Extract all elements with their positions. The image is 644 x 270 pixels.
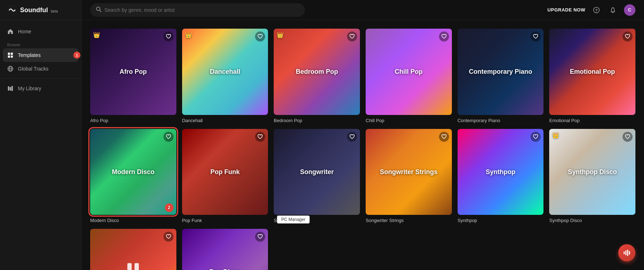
topbar-right: UPGRADE NOW ? C: [547, 4, 635, 16]
card-label: Contemporary Piano: [458, 118, 544, 123]
card-title: Songwriter: [274, 129, 360, 215]
card-bedroom-pop[interactable]: 👑Bedroom PopBedroom Pop: [274, 29, 360, 123]
card-image-songwriter: Songwriter: [274, 129, 360, 215]
templates-grid: 👑Afro PopAfro Pop👑DancehallDancehall👑Bed…: [90, 29, 635, 270]
card-title: Dancehall: [182, 29, 268, 115]
card-image-songwriter-strings: Songwriter Strings: [366, 129, 452, 215]
upgrade-button[interactable]: UPGRADE NOW: [547, 7, 585, 13]
svg-rect-4: [11, 56, 13, 58]
card-label: Dancehall: [182, 118, 268, 123]
card-image-afro-pop: 👑Afro Pop: [90, 29, 176, 115]
card-title: Modern Disco: [90, 129, 176, 215]
card-title: Chill Pop: [366, 29, 452, 115]
card-title: Afro Pop: [90, 29, 176, 115]
search-bar[interactable]: [90, 3, 305, 17]
card-songwriter[interactable]: SongwriterSongwriter: [274, 129, 360, 223]
card-afro-pop[interactable]: 👑Afro PopAfro Pop: [90, 29, 176, 123]
svg-rect-2: [11, 53, 13, 55]
card-title: Synthpop Disco: [549, 129, 635, 215]
card-label: Bedroom Pop: [274, 118, 360, 123]
card-image-modern-disco: Modern Disco2: [90, 129, 176, 215]
svg-rect-9: [10, 87, 11, 91]
svg-line-12: [100, 10, 102, 12]
svg-rect-8: [8, 86, 9, 91]
home-label: Home: [18, 29, 31, 34]
card-emotional-pop[interactable]: Emotional PopEmotional Pop: [549, 29, 635, 123]
sidebar-item-global-tracks[interactable]: Global Tracks: [0, 62, 81, 76]
card-label: Modern Disco: [90, 218, 176, 223]
card-pop-funk[interactable]: Pop FunkPop Funk: [182, 129, 268, 223]
main-area: UPGRADE NOW ? C 👑Afro PopAfro Pop👑Danceh…: [82, 0, 644, 270]
card-label: Afro Pop: [90, 118, 176, 123]
card-contemporary-guitar[interactable]: Coming SoonContemporary Guitar: [90, 229, 176, 270]
search-icon: [96, 6, 102, 14]
sidebar-item-home[interactable]: Home: [0, 25, 81, 38]
card-dancehall[interactable]: 👑DancehallDancehall: [182, 29, 268, 123]
card-image-contemporary-piano: Contemporary Piano: [458, 29, 544, 115]
card-chill-pop[interactable]: Chill PopChill Pop: [366, 29, 452, 123]
card-image-chill-pop: Chill Pop: [366, 29, 452, 115]
card-label: Synthpop: [458, 218, 544, 223]
card-image-contemporary-guitar: Coming Soon: [90, 229, 176, 270]
card-contemporary-piano[interactable]: Contemporary PianoContemporary Piano: [458, 29, 544, 123]
svg-text:?: ?: [595, 8, 598, 12]
sidebar: Soundful beta Home Browse Templates: [0, 0, 82, 270]
beta-label: beta: [51, 9, 58, 13]
fab-button[interactable]: [618, 244, 635, 261]
card-title: Emotional Pop: [549, 29, 635, 115]
user-avatar[interactable]: C: [624, 4, 635, 16]
number-badge: 2: [165, 203, 174, 212]
notifications-button[interactable]: [608, 5, 618, 15]
card-songwriter-strings[interactable]: Songwriter StringsSongwriter Strings: [366, 129, 452, 223]
browse-section-label: Browse: [0, 38, 81, 48]
card-label: Chill Pop: [366, 118, 452, 123]
card-image-dancehall: 👑Dancehall: [182, 29, 268, 115]
content-area: 👑Afro PopAfro Pop👑DancehallDancehall👑Bed…: [82, 20, 644, 270]
card-image-bedroom-pop: 👑Bedroom Pop: [274, 29, 360, 115]
soundful-logo-icon: [7, 5, 17, 15]
card-modern-disco[interactable]: Modern Disco2Modern Disco: [90, 129, 176, 223]
card-label: Emotional Pop: [549, 118, 635, 123]
card-title: Synthpop: [458, 129, 544, 215]
card-label: Pop Funk: [182, 218, 268, 223]
card-image-synthpop: Synthpop: [458, 129, 544, 215]
search-input[interactable]: [104, 7, 299, 13]
templates-label: Templates: [18, 52, 41, 58]
card-image-pop-disco: Pop Disco: [182, 229, 268, 270]
sidebar-item-my-library[interactable]: My Library: [0, 82, 81, 95]
logo: Soundful beta: [0, 0, 81, 20]
svg-point-15: [613, 12, 614, 13]
card-title: Pop Funk: [182, 129, 268, 215]
topbar: UPGRADE NOW ? C: [82, 0, 644, 20]
logo-name: Soundful: [20, 6, 48, 14]
card-title: Songwriter Strings: [366, 129, 452, 215]
card-label: Synthpop Disco: [549, 218, 635, 223]
card-image-emotional-pop: Emotional Pop: [549, 29, 635, 115]
pause-icon: [127, 263, 139, 270]
svg-rect-1: [8, 53, 10, 55]
svg-rect-17: [624, 251, 625, 254]
card-title: Pop Disco: [182, 229, 268, 270]
my-library-label: My Library: [18, 86, 41, 91]
global-tracks-label: Global Tracks: [18, 66, 49, 72]
card-title: Bedroom Pop: [274, 29, 360, 115]
card-synthpop[interactable]: SynthpopSynthpop: [458, 129, 544, 223]
svg-rect-19: [627, 250, 628, 256]
help-button[interactable]: ?: [591, 5, 602, 15]
card-title: Contemporary Piano: [458, 29, 544, 115]
card-label: Songwriter Strings: [366, 218, 452, 223]
svg-rect-10: [11, 86, 13, 91]
sidebar-navigation: Home Browse Templates 1: [0, 20, 81, 100]
card-synthpop-disco[interactable]: 👑Synthpop DiscoSynthpop Disco: [549, 129, 635, 223]
svg-rect-3: [8, 56, 10, 58]
card-image-synthpop-disco: 👑Synthpop Disco: [549, 129, 635, 215]
heart-button[interactable]: [164, 232, 174, 242]
templates-badge: 1: [73, 52, 80, 59]
library-icon: [7, 85, 14, 92]
card-pop-disco[interactable]: Pop DiscoPop Disco: [182, 229, 268, 270]
svg-rect-18: [625, 250, 626, 255]
home-icon: [7, 28, 14, 35]
globe-icon: [7, 66, 14, 72]
sidebar-item-templates[interactable]: Templates 1: [3, 48, 78, 62]
pc-manager-tooltip: PC Manager: [277, 216, 309, 223]
